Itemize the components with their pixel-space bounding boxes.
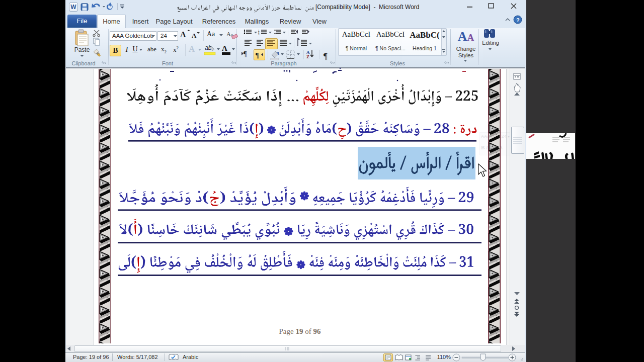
svg-text:¶: ¶ (244, 50, 247, 58)
svg-text:Z: Z (306, 54, 309, 59)
svg-text:¶: ¶ (324, 51, 328, 61)
svg-text:3: 3 (258, 33, 260, 36)
svg-text:¶: ¶ (256, 52, 259, 59)
svg-text:?: ? (516, 17, 520, 23)
